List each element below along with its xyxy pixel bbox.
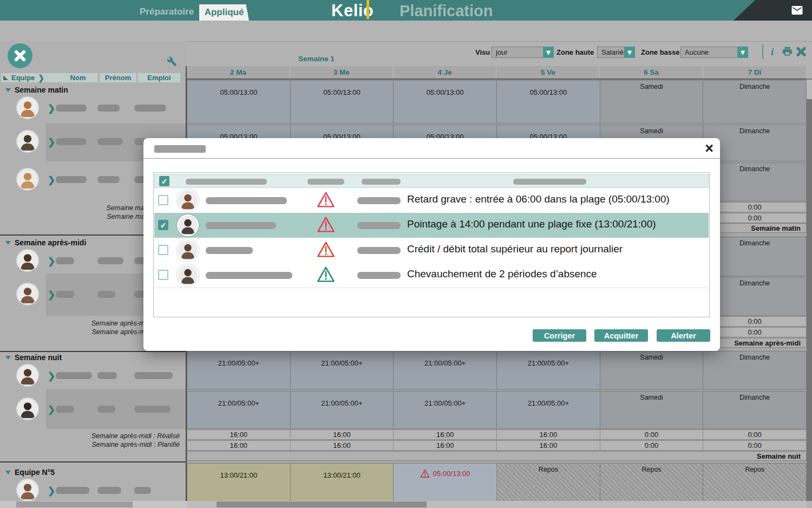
paint-tools-icon[interactable]	[8, 43, 32, 68]
column-header-prenom[interactable]: Prénom	[100, 73, 136, 82]
placeholder-bar	[56, 105, 87, 112]
chevron-right-icon[interactable]: ❯	[48, 370, 55, 382]
sidebar-hscroll-thumb[interactable]	[16, 502, 133, 507]
sidebar-section-1[interactable]: Semaine après-midi	[5, 238, 86, 247]
zone-haute-select[interactable]: Salariés	[597, 47, 625, 58]
grid-cell[interactable]: 05:00/13:00	[187, 81, 291, 123]
day-header-2-ma[interactable]: 2 Ma	[187, 66, 290, 79]
grid-cell[interactable]: 21:00/05:00+	[497, 392, 600, 428]
avatar[interactable]	[16, 364, 39, 387]
grid-cell[interactable]: Repos	[497, 464, 600, 506]
visu-select[interactable]: jour	[492, 47, 543, 58]
collapse-icon[interactable]	[5, 241, 11, 245]
chevron-right-icon[interactable]: ❯	[38, 74, 44, 82]
tab-applique[interactable]: Appliqué	[199, 4, 249, 21]
grid-cell[interactable]: 21:00/05:00+	[187, 392, 291, 428]
row-checkbox[interactable]: ✓	[158, 220, 168, 230]
grid-cell[interactable]: 21:00/05:00+	[394, 351, 497, 389]
chevron-down-icon[interactable]: ▾	[543, 47, 554, 58]
column-header-emploi[interactable]: Emploi	[138, 73, 180, 82]
collapse-icon[interactable]	[5, 356, 11, 360]
grid-cell[interactable]: Samedi	[600, 392, 704, 428]
acquitter-button[interactable]: Acquitter	[594, 329, 648, 342]
collapse-icon[interactable]	[5, 88, 11, 92]
grid-cell[interactable]: 21:00/05:00+	[497, 351, 600, 389]
day-header-5-ve[interactable]: 5 Ve	[496, 66, 600, 79]
grid-row: 21:00/05:00+21:00/05:00+21:00/05:00+21:0…	[187, 391, 807, 429]
chevron-down-icon[interactable]: ▾	[737, 47, 748, 58]
grid-cell[interactable]: Repos	[600, 464, 704, 506]
section-label: Semaine matin	[15, 86, 68, 94]
avatar[interactable]	[16, 479, 39, 502]
avatar[interactable]	[16, 168, 39, 191]
grid-cell[interactable]: Dimanche	[703, 81, 806, 123]
chevron-right-icon[interactable]: ❯	[48, 103, 55, 114]
info-icon[interactable]: i	[771, 46, 774, 58]
anomaly-row[interactable]: Crédit / débit total supérieur au report…	[154, 238, 709, 263]
cell-label: Repos	[745, 466, 764, 473]
grid-cell[interactable]: 05:00/13:00	[497, 81, 600, 123]
collapse-icon[interactable]	[5, 471, 11, 474]
grid-hscroll-thumb[interactable]	[217, 502, 427, 507]
zone-basse-select[interactable]: Aucune	[680, 47, 738, 58]
select-all-checkbox[interactable]: ✓	[159, 176, 169, 186]
grid-cell[interactable]: 21:00/05:00+	[291, 392, 394, 428]
chevron-right-icon[interactable]: ❯	[48, 289, 55, 301]
grid-cell[interactable]: Samedi	[600, 81, 704, 123]
grid-cell[interactable]: Dimanche	[703, 351, 806, 389]
day-header-3-me[interactable]: 3 Me	[290, 66, 394, 79]
wrench-icon[interactable]	[167, 56, 177, 67]
column-header-equipe[interactable]: Equipe ❯	[1, 73, 59, 82]
row-checkbox[interactable]	[158, 195, 168, 205]
chevron-down-icon[interactable]: ▾	[624, 47, 635, 58]
chevron-right-icon[interactable]: ❯	[48, 485, 55, 497]
grid-cell[interactable]: 05:00/13:00	[394, 81, 497, 123]
grid-cell[interactable]: 05:00/13:00	[291, 81, 394, 123]
chevron-right-icon[interactable]: ❯	[48, 136, 55, 148]
column-header-nom[interactable]: Nom	[58, 73, 98, 82]
grid-cell[interactable]: 21:00/05:00+	[394, 392, 497, 428]
sort-icon[interactable]	[3, 75, 8, 80]
select-all-row[interactable]: ✓	[154, 174, 709, 188]
row-checkbox[interactable]	[158, 270, 168, 280]
avatar[interactable]	[16, 96, 39, 119]
tools-icon[interactable]	[796, 47, 807, 57]
envelope-icon[interactable]	[789, 4, 806, 17]
sidebar-section-2[interactable]: Semaine nuit	[5, 353, 62, 362]
grid-cell[interactable]: 21:00/05:00+	[291, 351, 394, 389]
row-checkbox[interactable]	[158, 245, 168, 255]
sidebar-horizontal-scrollbar[interactable]	[0, 501, 187, 508]
grid-cell[interactable]: 13:00/21:00	[291, 464, 394, 506]
grid-cell[interactable]: 21:00/05:00+	[187, 351, 291, 389]
day-header-4-je[interactable]: 4 Je	[394, 66, 497, 79]
printer-icon[interactable]	[782, 45, 793, 57]
avatar[interactable]	[16, 130, 39, 153]
vertical-scrollbar-thumb[interactable]	[807, 80, 812, 99]
chevron-right-icon[interactable]: ❯	[48, 404, 55, 415]
grid-cell[interactable]: 05:00/13:00	[394, 464, 497, 506]
grid-cell[interactable]: Repos	[703, 464, 806, 506]
avatar[interactable]	[16, 283, 39, 305]
cell-label: Dimanche	[739, 394, 770, 401]
grid-cell[interactable]: Dimanche	[703, 392, 806, 428]
vertical-scrollbar[interactable]	[807, 79, 812, 501]
sidebar-section-0[interactable]: Semaine matin	[5, 86, 68, 94]
tab-preparatoire[interactable]: Préparatoire	[140, 6, 194, 17]
day-header-6-sa[interactable]: 6 Sa	[600, 66, 703, 79]
alerter-button[interactable]: Alerter	[657, 329, 710, 342]
grid-cell[interactable]: 13:00/21:00	[187, 464, 291, 506]
day-header-7-di[interactable]: 7 Di	[703, 66, 807, 79]
chevron-right-icon[interactable]: ❯	[48, 174, 55, 186]
grid-horizontal-scrollbar[interactable]	[187, 501, 807, 508]
corriger-button[interactable]: Corriger	[533, 329, 586, 342]
total-cell: 16:00	[187, 441, 291, 450]
anomaly-row[interactable]: Retard grave : entrée à 06:00 dans la pl…	[154, 188, 709, 213]
chevron-right-icon[interactable]: ❯	[48, 256, 55, 267]
avatar[interactable]	[16, 249, 39, 272]
grid-cell[interactable]: Samedi	[600, 351, 704, 389]
close-icon[interactable]: ×	[705, 139, 713, 158]
anomaly-row[interactable]: Chevauchement de 2 périodes d’absence	[154, 263, 709, 288]
sidebar-section-3[interactable]: Equipe N°5	[5, 468, 55, 477]
anomaly-row[interactable]: ✓ Pointage à 14:00 pendant une plage fix…	[154, 213, 709, 238]
avatar[interactable]	[16, 398, 39, 420]
